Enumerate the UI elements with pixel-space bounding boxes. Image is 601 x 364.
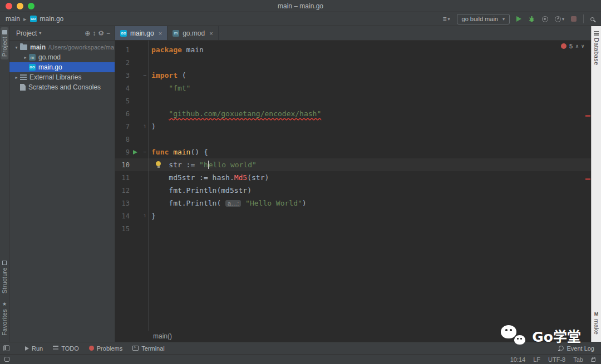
status-caret-position[interactable]: 10:14 [510,356,526,363]
locate-file-icon[interactable] [85,29,90,37]
fold-open-icon[interactable] [141,149,149,155]
code-line[interactable]: 13 fmt.Println( a…: "Hello World") [115,197,591,210]
breadcrumb-file[interactable]: main.go [40,15,64,23]
tree-item-label: Scratches and Consoles [28,83,101,91]
close-tab-icon[interactable] [159,30,162,37]
settings-gear-icon[interactable] [98,29,104,37]
code-token: ( [178,71,186,79]
gutter: 15 [115,222,149,235]
folder-icon [20,44,27,50]
structure-toolwindow-icon [2,261,7,265]
code-line[interactable]: 6 "github.com/goxuetang/encodex/hash" [115,107,591,120]
run-gutter-icon[interactable] [130,150,141,154]
run-configuration-select[interactable]: go build main [457,14,510,24]
intention-bulb-icon[interactable] [156,161,161,166]
code-line[interactable]: 4 "fmt" [115,82,591,94]
project-panel-title[interactable]: Project [16,29,37,37]
gutter: 1 [115,43,149,56]
toolwindow-button-make[interactable]: Mmake [593,308,600,337]
tree-item-main[interactable]: main/Users/goworkspace/ma [9,42,115,52]
wechat-logo-icon [501,325,526,346]
tree-item-external-libraries[interactable]: External Libraries [9,72,115,82]
toolwindow-button-problems[interactable]: Problems [89,345,122,352]
fold-close-icon[interactable] [141,123,149,129]
line-number: 15 [115,225,130,233]
code-line[interactable]: 10 str := "hello world" [115,158,591,171]
zoom-window-button[interactable] [28,3,35,9]
search-everywhere-icon[interactable] [590,17,594,21]
code-line[interactable]: 2 [115,56,591,69]
tree-item-path: /Users/goworkspace/ma [48,44,114,51]
gomod-icon [173,30,179,37]
minimize-window-button[interactable] [17,3,23,9]
error-indicator-icon [561,43,566,49]
run-button[interactable] [516,16,521,22]
code-area[interactable]: 1package main23import (4 "fmt"56 "github… [115,41,591,342]
error-stripe-mark[interactable] [585,115,590,117]
code-line[interactable]: 12 fmt.Println(md5str) [115,184,591,197]
toolwindow-button-run[interactable]: Run [25,345,43,352]
gutter: 10 [115,158,149,171]
next-error-icon[interactable] [582,43,584,49]
toolwindow-button-event-log[interactable]: Event Log [559,345,594,352]
code-token: fmt.Println(md5str) [151,186,252,195]
hide-panel-icon[interactable] [106,29,110,37]
code-line[interactable]: 15 [115,222,591,235]
toolwindow-button-terminal[interactable]: Terminal [132,345,165,352]
chevron-down-icon [39,31,41,36]
code-token: "github.com/goxuetang/encodex/hash" [169,109,321,118]
code-line[interactable]: 3import ( [115,69,591,82]
fold-open-icon[interactable] [141,72,149,78]
error-stripe-mark[interactable] [585,178,590,180]
prev-error-icon[interactable] [575,43,578,49]
toolwindow-button-favorites[interactable]: Favorites [1,298,8,338]
tree-item-main-go[interactable]: main.go [9,62,115,72]
close-window-button[interactable] [6,3,12,9]
code-line[interactable]: 5 [115,94,591,107]
status-line-separator[interactable]: LF [533,356,540,363]
code-token: } [151,212,156,220]
code-text: "github.com/goxuetang/encodex/hash" [149,109,321,118]
terminal-icon [132,346,139,351]
gutter: 8 [115,133,149,146]
status-toolwindows-icon[interactable] [4,357,9,362]
editor-tab-main-go[interactable]: main.go [115,26,168,40]
run-with-coverage-icon[interactable] [542,16,548,22]
code-line[interactable]: 11 md5str := hash.Md5(str) [115,171,591,184]
lock-icon[interactable] [591,358,595,362]
fold-close-icon[interactable] [141,213,149,219]
toolwindow-button-todo[interactable]: TODO [53,345,79,352]
code-token: Md5 [234,173,247,182]
toolwindow-button-project[interactable]: Project [1,27,8,59]
chevron-right-icon[interactable] [22,55,29,60]
code-line[interactable]: 8 [115,133,591,146]
editor-tab-go-mod[interactable]: go.mod [168,26,218,40]
status-encoding[interactable]: UTF-8 [548,356,565,363]
expand-collapse-icon[interactable] [92,29,96,37]
chevron-down-icon[interactable] [13,45,20,50]
tree-item-scratches-and-consoles[interactable]: Scratches and Consoles [9,82,115,92]
chevron-right-icon[interactable] [13,75,20,80]
toolwindow-button-structure[interactable]: Structure [1,258,8,296]
editor[interactable]: 5 1package main23import (4 "fmt"56 "gith… [115,41,591,342]
toolwindow-button-database[interactable]: Database [593,28,600,68]
code-token: main [182,46,204,54]
gutter: 7 [115,120,149,133]
close-tab-icon[interactable] [209,30,213,37]
profiler-icon[interactable] [555,16,564,22]
todo-icon [53,346,58,351]
favorites-toolwindow-icon [2,301,7,307]
view-options-icon[interactable] [443,15,450,23]
status-indent[interactable]: Tab [573,356,583,363]
breadcrumb-module[interactable]: main [6,15,20,23]
right-stripe-bottom: Mmake [593,308,600,337]
tree-item-go-mod[interactable]: go.mod [9,52,115,62]
code-line[interactable]: 7) [115,120,591,133]
toolwindow-switcher-icon[interactable] [3,345,9,351]
code-line[interactable]: 14} [115,210,591,222]
debug-button[interactable] [528,16,535,23]
database-toolwindow-icon [594,31,599,36]
code-line[interactable]: 1package main [115,43,591,56]
code-line[interactable]: 9func main() { [115,146,591,158]
inspections-widget[interactable]: 5 [561,43,584,49]
